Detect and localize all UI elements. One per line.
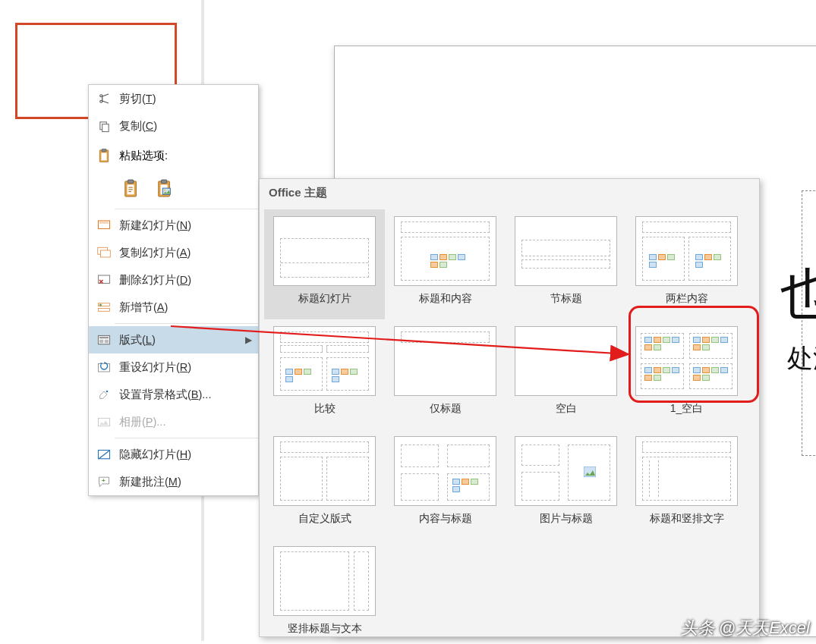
context-menu: 剪切(T) 复制(C) 粘贴选项: 新建幻灯片(N) 复制幻灯片(A) 删除幻灯… bbox=[88, 84, 259, 496]
layout-label: 竖排标题与文本 bbox=[288, 622, 362, 636]
menu-layout[interactable]: 版式(L) ▶ bbox=[89, 326, 258, 353]
slide-text-fragment: 也 bbox=[780, 258, 816, 331]
menu-new-comment[interactable]: + 新建批注(M) bbox=[89, 468, 258, 495]
layout-label: 两栏内容 bbox=[666, 292, 708, 306]
layout-label: 空白 bbox=[556, 402, 577, 416]
menu-photo-album: 相册(P)... bbox=[89, 408, 258, 435]
scissors-icon bbox=[95, 90, 113, 107]
menu-label: 新建批注(M) bbox=[119, 475, 181, 489]
layout-label: 比较 bbox=[314, 402, 336, 416]
separator bbox=[115, 438, 258, 438]
svg-rect-4 bbox=[101, 152, 106, 160]
add-section-icon: ✶ bbox=[95, 299, 113, 316]
copy-icon bbox=[95, 118, 113, 134]
layout-title-content[interactable]: 标题和内容 bbox=[385, 209, 506, 319]
flyout-title: Office 主题 bbox=[260, 179, 759, 206]
svg-rect-22 bbox=[99, 337, 109, 338]
clipboard-icon bbox=[95, 147, 113, 164]
layout-1-blank[interactable]: 1_空白 bbox=[626, 319, 747, 429]
layout-section-header[interactable]: 节标题 bbox=[506, 209, 626, 319]
svg-rect-23 bbox=[99, 339, 103, 343]
menu-label: 版式(L) bbox=[119, 333, 156, 347]
delete-slide-icon bbox=[95, 272, 113, 288]
layout-picture-with-caption[interactable]: 图片与标题 bbox=[506, 429, 626, 539]
layout-label: 标题和内容 bbox=[419, 292, 472, 306]
format-bg-icon bbox=[95, 386, 113, 403]
svg-rect-3 bbox=[102, 149, 106, 152]
layout-label: 标题和竖排文字 bbox=[650, 512, 724, 526]
svg-rect-14 bbox=[99, 222, 109, 224]
watermark: 头条 @天天Excel bbox=[681, 617, 810, 639]
layout-vertical-title-text[interactable]: 竖排标题与文本 bbox=[264, 539, 385, 644]
svg-rect-16 bbox=[101, 250, 111, 257]
menu-label: 设置背景格式(B)... bbox=[119, 388, 211, 402]
svg-point-26 bbox=[106, 391, 109, 393]
layout-label: 图片与标题 bbox=[540, 512, 593, 526]
layout-blank[interactable]: 空白 bbox=[506, 319, 626, 429]
menu-reset-slide[interactable]: 重设幻灯片(R) bbox=[89, 353, 258, 381]
layout-content-with-caption[interactable]: 内容与标题 bbox=[385, 429, 506, 539]
menu-new-slide[interactable]: 新建幻灯片(N) bbox=[89, 212, 258, 239]
svg-rect-6 bbox=[128, 180, 133, 184]
menu-label: 隐藏幻灯片(H) bbox=[119, 448, 191, 462]
menu-add-section[interactable]: ✶ 新增节(A) bbox=[89, 294, 258, 321]
menu-label: 剪切(T) bbox=[119, 92, 156, 106]
svg-text:✶: ✶ bbox=[98, 302, 103, 309]
paste-options-row bbox=[89, 171, 258, 206]
hide-slide-icon bbox=[95, 446, 113, 463]
menu-label: 粘贴选项: bbox=[119, 149, 168, 163]
layout-title-vertical-text[interactable]: 标题和竖排文字 bbox=[626, 429, 747, 539]
layout-custom[interactable]: 自定义版式 bbox=[264, 429, 385, 539]
album-icon bbox=[95, 413, 113, 430]
svg-rect-25 bbox=[99, 364, 110, 372]
svg-rect-9 bbox=[161, 180, 166, 184]
menu-label: 相册(P)... bbox=[119, 415, 165, 429]
layout-grid: 标题幻灯片 标题和内容 节标题 两栏内容 比较 仅标题 空白 bbox=[260, 206, 759, 644]
paste-picture-button[interactable] bbox=[153, 175, 177, 203]
svg-rect-1 bbox=[102, 124, 109, 131]
menu-label: 新建幻灯片(N) bbox=[119, 218, 191, 233]
layout-label: 自定义版式 bbox=[298, 512, 351, 526]
layout-thumb bbox=[273, 216, 376, 286]
layout-label: 节标题 bbox=[550, 292, 582, 306]
layout-label: 仅标题 bbox=[430, 402, 462, 416]
menu-format-background[interactable]: 设置背景格式(B)... bbox=[89, 381, 258, 408]
menu-paste-options: 粘贴选项: bbox=[89, 140, 258, 171]
paste-keep-source-button[interactable] bbox=[119, 175, 143, 203]
menu-cut[interactable]: 剪切(T) bbox=[89, 85, 258, 112]
menu-delete-slide[interactable]: 删除幻灯片(D) bbox=[89, 266, 258, 294]
layout-comparison[interactable]: 比较 bbox=[264, 319, 385, 429]
new-slide-icon bbox=[95, 217, 113, 234]
svg-rect-19 bbox=[99, 309, 110, 312]
layout-label: 标题幻灯片 bbox=[298, 292, 351, 306]
layout-icon bbox=[95, 331, 113, 348]
comment-icon: + bbox=[95, 473, 113, 490]
menu-hide-slide[interactable]: 隐藏幻灯片(H) bbox=[89, 441, 258, 468]
submenu-arrow-icon: ▶ bbox=[245, 335, 252, 345]
separator bbox=[115, 323, 258, 324]
layout-label: 1_空白 bbox=[670, 402, 704, 416]
reset-icon bbox=[95, 359, 113, 375]
menu-label: 新增节(A) bbox=[119, 300, 168, 315]
slide-text-fragment: 处添 bbox=[787, 341, 816, 376]
menu-copy[interactable]: 复制(C) bbox=[89, 112, 258, 140]
layout-flyout: Office 主题 标题幻灯片 标题和内容 节标题 两栏内容 比较 仅标题 bbox=[259, 178, 760, 637]
layout-title-only[interactable]: 仅标题 bbox=[385, 319, 506, 429]
duplicate-slide-icon bbox=[95, 244, 113, 261]
svg-text:+: + bbox=[102, 477, 106, 484]
menu-label: 复制(C) bbox=[119, 119, 157, 134]
menu-label: 复制幻灯片(A) bbox=[119, 246, 191, 260]
layout-title-slide[interactable]: 标题幻灯片 bbox=[264, 209, 385, 319]
menu-label: 删除幻灯片(D) bbox=[119, 273, 191, 287]
svg-rect-24 bbox=[105, 339, 109, 343]
layout-two-content[interactable]: 两栏内容 bbox=[626, 209, 747, 319]
separator bbox=[115, 209, 258, 209]
menu-duplicate-slide[interactable]: 复制幻灯片(A) bbox=[89, 239, 258, 266]
layout-label: 内容与标题 bbox=[419, 512, 472, 526]
menu-label: 重设幻灯片(R) bbox=[119, 360, 191, 375]
svg-point-12 bbox=[164, 190, 165, 191]
